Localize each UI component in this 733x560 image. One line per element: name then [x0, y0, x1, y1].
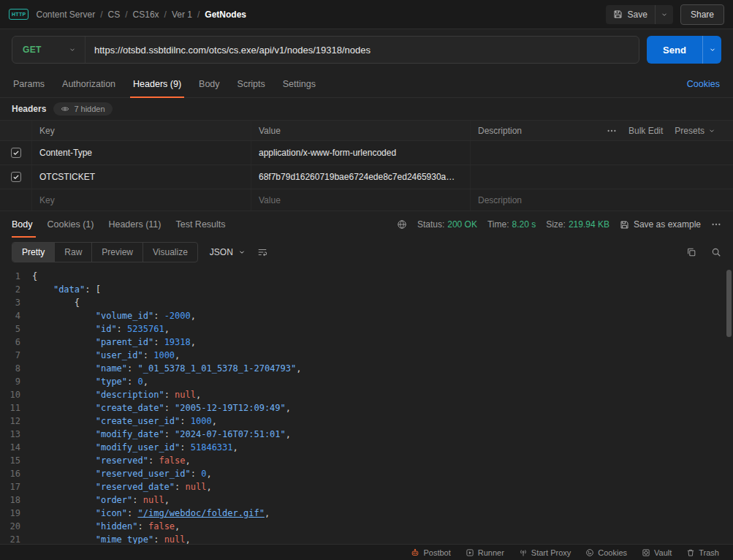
line-number: 18	[0, 493, 32, 507]
scrollbar-thumb[interactable]	[726, 270, 732, 337]
code-token: "type"	[96, 377, 127, 387]
url-input[interactable]	[86, 37, 639, 63]
header-description-cell[interactable]	[471, 165, 733, 189]
header-description-cell[interactable]	[471, 141, 733, 164]
view-tab-preview[interactable]: Preview	[92, 243, 143, 262]
header-value-cell[interactable]: 68f7b79d16260719bae6724ede8c7ed2465930a…	[251, 165, 471, 189]
more-actions-icon[interactable]	[607, 126, 617, 136]
line-number: 16	[0, 467, 32, 480]
copy-icon[interactable]	[686, 247, 696, 257]
breadcrumb-item[interactable]: CS	[108, 10, 121, 20]
save-as-example-button[interactable]: Save as example	[620, 219, 701, 230]
share-button[interactable]: Share	[680, 4, 724, 25]
response-tab-headers[interactable]: Headers (11)	[101, 211, 168, 238]
code-token	[32, 363, 96, 374]
tab-authorization[interactable]: Authorization	[53, 70, 124, 97]
send-dropdown-button[interactable]	[702, 36, 721, 64]
eye-icon	[61, 105, 69, 113]
code-token	[32, 455, 96, 466]
header-key-cell[interactable]: OTCSTICKET	[32, 165, 251, 189]
presets-dropdown[interactable]: Presets	[675, 126, 715, 136]
request-tabs: Params Authorization Headers (9) Body Sc…	[0, 70, 733, 98]
hidden-headers-toggle[interactable]: 7 hidden	[53, 102, 112, 116]
breadcrumb-item[interactable]: Content Server	[36, 10, 95, 20]
new-key-input[interactable]: Key	[32, 189, 251, 211]
network-info-icon[interactable]	[397, 219, 407, 230]
cookies-link[interactable]: Cookies	[678, 70, 729, 97]
trash-button[interactable]: Trash	[680, 548, 726, 557]
code-line: 21 "mime_type": null,	[0, 533, 733, 544]
response-tab-body[interactable]: Body	[12, 211, 40, 238]
code-token: ,	[143, 377, 148, 387]
code-token: :	[164, 390, 175, 400]
bulk-edit-button[interactable]: Bulk Edit	[628, 126, 663, 136]
save-button[interactable]: Save	[606, 5, 655, 24]
cookies-button[interactable]: Cookies	[579, 548, 634, 557]
vault-label: Vault	[654, 548, 672, 557]
response-meta: Status: 200 OK Time: 8.20 s Size: 219.94…	[397, 211, 721, 238]
header-key-cell[interactable]: Content-Type	[32, 141, 251, 164]
method-selector[interactable]: GET	[12, 37, 86, 63]
row-checkbox-checked[interactable]	[11, 148, 21, 158]
view-tab-visualize[interactable]: Visualize	[143, 243, 197, 262]
start-proxy-button[interactable]: Start Proxy	[512, 548, 577, 557]
tab-params[interactable]: Params	[4, 70, 53, 97]
tab-headers[interactable]: Headers (9)	[124, 70, 190, 97]
code-content: "order": null,	[32, 493, 170, 507]
row-checkbox-cell	[0, 189, 32, 211]
row-checkbox-checked[interactable]	[11, 172, 21, 182]
search-icon[interactable]	[711, 247, 721, 257]
code-token: "icon"	[96, 508, 127, 518]
trash-label: Trash	[699, 548, 719, 557]
format-selector[interactable]: JSON	[207, 244, 248, 260]
code-token: ,	[233, 442, 238, 453]
header-value-cell[interactable]: application/x-www-form-urlencoded	[251, 141, 471, 164]
save-icon	[620, 220, 629, 230]
runner-button[interactable]: Runner	[459, 548, 511, 557]
json-link[interactable]: "/img/webdoc/folder.gif"	[138, 508, 265, 518]
wrap-text-icon[interactable]	[257, 247, 267, 257]
tab-settings[interactable]: Settings	[274, 70, 324, 97]
code-content: {	[32, 270, 37, 283]
code-line: 7 "user_id": 1000,	[0, 349, 733, 362]
response-tab-cookies[interactable]: Cookies (1)	[40, 211, 102, 238]
time-label: Time:	[487, 219, 509, 230]
new-description-input[interactable]: Description	[471, 189, 733, 211]
response-more-options-icon[interactable]	[711, 219, 721, 230]
code-content: "data": [	[32, 283, 101, 296]
save-dropdown-button[interactable]	[655, 5, 673, 24]
view-tab-pretty[interactable]: Pretty	[12, 243, 55, 262]
code-content: "hidden": false,	[32, 520, 180, 533]
format-label: JSON	[210, 247, 233, 257]
code-token: ,	[186, 534, 191, 544]
code-content: "reserved": false,	[32, 454, 191, 467]
send-button[interactable]: Send	[647, 36, 702, 64]
breadcrumb-item[interactable]: Ver 1	[172, 10, 192, 20]
postbot-button[interactable]: Postbot	[404, 548, 457, 557]
tab-body[interactable]: Body	[190, 70, 229, 97]
code-token: "create_user_id"	[96, 416, 181, 426]
line-number: 10	[0, 388, 32, 401]
start-proxy-label: Start Proxy	[531, 548, 571, 557]
view-tab-raw[interactable]: Raw	[55, 243, 92, 262]
response-body-actions	[686, 247, 721, 257]
code-content: "parent_id": 19318,	[32, 336, 196, 349]
code-token: ,	[286, 429, 291, 439]
code-token: ,	[296, 363, 301, 374]
code-token: :	[153, 534, 164, 544]
code-token	[32, 350, 96, 360]
code-line: 19 "icon": "/img/webdoc/folder.gif",	[0, 507, 733, 520]
code-line: 1{	[0, 270, 733, 283]
response-time: Time: 8.20 s	[487, 219, 536, 230]
code-line: 13 "modify_date": "2024-07-16T07:51:01",	[0, 428, 733, 441]
vault-button[interactable]: Vault	[635, 548, 678, 557]
breadcrumb-current-request[interactable]: GetNodes	[205, 10, 246, 20]
size-value: 219.94 KB	[569, 219, 609, 230]
breadcrumb-item[interactable]: CS16x	[133, 10, 159, 20]
response-tab-test-results[interactable]: Test Results	[168, 211, 232, 238]
chevron-down-icon	[238, 249, 246, 256]
code-token: "modify_user_id"	[96, 442, 181, 453]
new-value-input[interactable]: Value	[251, 189, 471, 211]
tab-scripts[interactable]: Scripts	[229, 70, 274, 97]
code-token: null	[164, 534, 186, 544]
